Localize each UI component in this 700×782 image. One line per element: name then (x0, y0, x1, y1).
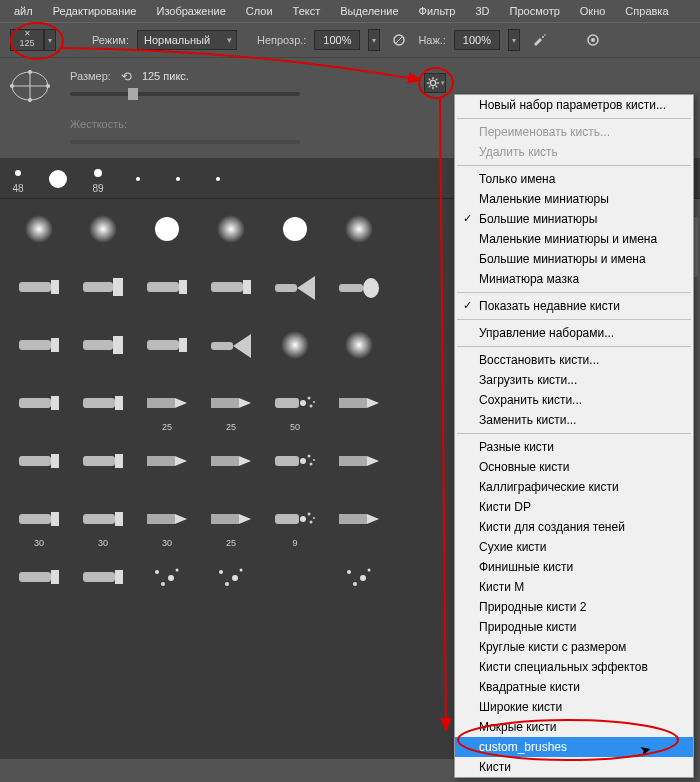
brush-preset[interactable] (200, 323, 262, 379)
recent-brush[interactable] (128, 169, 148, 189)
flow-value[interactable]: 100% (454, 30, 500, 50)
brush-preset[interactable] (136, 323, 198, 379)
menu-item[interactable]: 3D (465, 5, 499, 17)
ctx-menu-item[interactable]: Восстановить кисти... (455, 350, 693, 370)
brush-preset[interactable] (136, 207, 198, 263)
ctx-menu-item[interactable]: Мокрые кисти (455, 717, 693, 737)
brush-preset[interactable] (136, 439, 198, 495)
brush-preset[interactable] (72, 381, 134, 437)
ctx-menu-item[interactable]: Основные кисти (455, 457, 693, 477)
menu-item[interactable]: Выделение (330, 5, 408, 17)
brush-preset[interactable]: 30 (72, 497, 134, 553)
brush-preset[interactable]: 9 (264, 497, 326, 553)
opacity-value[interactable]: 100% (314, 30, 360, 50)
airbrush-icon[interactable] (528, 29, 550, 51)
menu-item[interactable]: Редактирование (43, 5, 147, 17)
brush-preset[interactable] (264, 207, 326, 263)
flow-arrow[interactable]: ▾ (508, 29, 520, 51)
brush-preset[interactable] (8, 323, 70, 379)
ctx-menu-item[interactable]: Природные кисти 2 (455, 597, 693, 617)
menu-item[interactable]: Фильтр (409, 5, 466, 17)
recent-brush[interactable] (168, 169, 188, 189)
ctx-menu-item[interactable]: Сохранить кисти... (455, 390, 693, 410)
brush-preset[interactable] (72, 555, 134, 611)
ctx-menu-item[interactable]: Круглые кисти с размером (455, 637, 693, 657)
recent-brush[interactable] (48, 169, 68, 189)
brush-preset[interactable]: 30 (8, 497, 70, 553)
recent-brush[interactable] (208, 169, 228, 189)
brush-preset[interactable] (200, 439, 262, 495)
ctx-menu-item[interactable]: Финишные кисти (455, 557, 693, 577)
menu-item[interactable]: Слои (236, 5, 283, 17)
menu-item[interactable]: Текст (283, 5, 331, 17)
brush-preset[interactable]: 25 (136, 381, 198, 437)
ctx-menu-item[interactable]: Квадратные кисти (455, 677, 693, 697)
ctx-menu-item[interactable]: Кисти (455, 757, 693, 777)
ctx-menu-item[interactable]: Сухие кисти (455, 537, 693, 557)
brush-preset[interactable] (328, 497, 390, 553)
brush-preset[interactable] (8, 207, 70, 263)
brush-preset[interactable] (136, 265, 198, 321)
ctx-menu-item[interactable]: Кисти M (455, 577, 693, 597)
ctx-menu-item[interactable]: Миниатюра мазка (455, 269, 693, 289)
brush-preset[interactable] (328, 439, 390, 495)
brush-preset[interactable] (264, 323, 326, 379)
recent-brush[interactable]: 89 (88, 163, 108, 194)
brush-preset[interactable] (200, 265, 262, 321)
menu-item[interactable]: Просмотр (500, 5, 570, 17)
brush-preset[interactable] (328, 323, 390, 379)
brush-preset[interactable] (264, 265, 326, 321)
brush-preset[interactable] (328, 381, 390, 437)
ctx-menu-item[interactable]: Большие миниатюры (455, 209, 693, 229)
ctx-menu-item[interactable]: Загрузить кисти... (455, 370, 693, 390)
brush-preset[interactable] (8, 381, 70, 437)
brush-preset[interactable]: 25 (200, 497, 262, 553)
brush-size-box[interactable]: ✕ 125 (10, 29, 44, 51)
ctx-menu-item[interactable]: Природные кисти (455, 617, 693, 637)
brush-preset[interactable]: 30 (136, 497, 198, 553)
brush-preset[interactable] (264, 555, 326, 611)
size-reset-icon[interactable]: ⟲ (121, 69, 132, 84)
brush-preset[interactable] (72, 323, 134, 379)
ctx-menu-item[interactable]: Большие миниатюры и имена (455, 249, 693, 269)
tablet-opacity-icon[interactable] (388, 29, 410, 51)
brush-preset[interactable] (136, 555, 198, 611)
size-slider[interactable] (70, 92, 300, 96)
ctx-menu-item[interactable]: Заменить кисти... (455, 410, 693, 430)
brush-tip-preview[interactable] (10, 66, 50, 106)
ctx-menu-item[interactable]: Разные кисти (455, 437, 693, 457)
ctx-menu-item[interactable]: Кисти для создания теней (455, 517, 693, 537)
brush-preset[interactable] (8, 555, 70, 611)
brush-preset[interactable] (264, 439, 326, 495)
ctx-menu-item[interactable]: Только имена (455, 169, 693, 189)
opacity-arrow[interactable]: ▾ (368, 29, 380, 51)
brush-dropdown-arrow[interactable]: ▾ (44, 29, 56, 51)
menu-item[interactable]: Справка (615, 5, 678, 17)
gear-icon[interactable]: ▾ (424, 73, 446, 93)
ctx-menu-item[interactable]: Кисти специальных эффектов (455, 657, 693, 677)
brush-preset[interactable]: 50 (264, 381, 326, 437)
recent-brush[interactable]: 48 (8, 163, 28, 194)
brush-preset[interactable] (200, 207, 262, 263)
ctx-menu-item[interactable]: Кисти DP (455, 497, 693, 517)
ctx-menu-item[interactable]: Управление наборами... (455, 323, 693, 343)
blend-mode-select[interactable]: Нормальный (137, 30, 237, 50)
brush-preset[interactable] (72, 207, 134, 263)
brush-preset[interactable] (200, 555, 262, 611)
brush-preset[interactable]: 25 (200, 381, 262, 437)
ctx-menu-item[interactable]: custom_brushes (455, 737, 693, 757)
brush-preset[interactable] (328, 555, 390, 611)
brush-preset[interactable] (72, 265, 134, 321)
ctx-menu-item[interactable]: Маленькие миниатюры (455, 189, 693, 209)
brush-preset[interactable] (328, 265, 390, 321)
ctx-menu-item[interactable]: Каллиграфические кисти (455, 477, 693, 497)
size-value[interactable]: 125 пикс. (142, 70, 189, 82)
menu-item[interactable]: айл (4, 5, 43, 17)
menu-item[interactable]: Окно (570, 5, 616, 17)
tablet-size-icon[interactable] (582, 29, 604, 51)
ctx-menu-item[interactable]: Маленькие миниатюры и имена (455, 229, 693, 249)
brush-preset[interactable] (72, 439, 134, 495)
brush-preset[interactable] (328, 207, 390, 263)
brush-preset[interactable] (8, 439, 70, 495)
ctx-menu-item[interactable]: Широкие кисти (455, 697, 693, 717)
